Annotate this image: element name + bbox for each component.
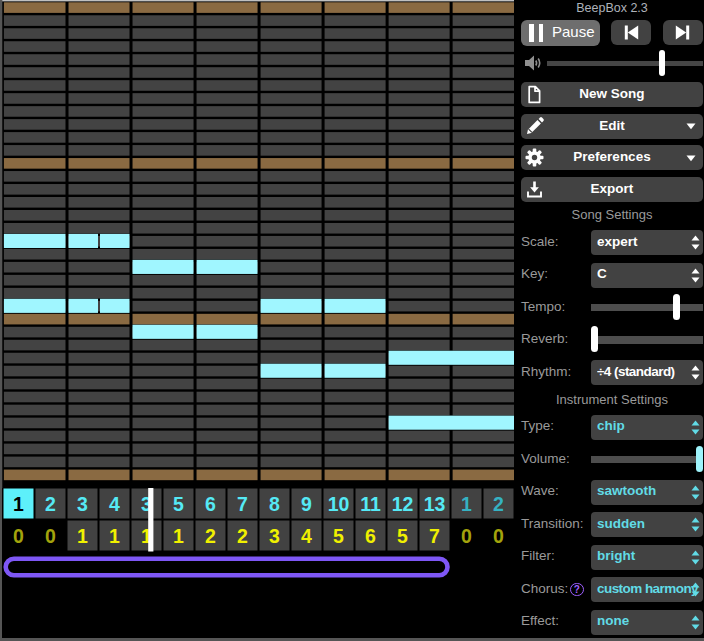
svg-text:7: 7 <box>429 525 440 547</box>
svg-text:5: 5 <box>173 493 184 515</box>
svg-text:2: 2 <box>205 525 216 547</box>
svg-text:1: 1 <box>173 525 184 547</box>
svg-text:2: 2 <box>493 493 504 515</box>
svg-text:9: 9 <box>301 493 312 515</box>
svg-text:0: 0 <box>13 525 24 547</box>
svg-text:8: 8 <box>269 493 280 515</box>
svg-text:6: 6 <box>365 525 376 547</box>
svg-text:0: 0 <box>461 525 472 547</box>
svg-text:13: 13 <box>424 493 446 515</box>
svg-text:3: 3 <box>77 493 88 515</box>
svg-text:2: 2 <box>45 493 56 515</box>
svg-text:1: 1 <box>77 525 88 547</box>
svg-text:5: 5 <box>333 525 344 547</box>
svg-text:11: 11 <box>360 493 381 515</box>
svg-text:3: 3 <box>269 525 280 547</box>
svg-text:0: 0 <box>493 525 504 547</box>
svg-text:0: 0 <box>45 525 56 547</box>
svg-text:10: 10 <box>328 493 350 515</box>
svg-text:4: 4 <box>301 525 312 547</box>
svg-text:1: 1 <box>461 493 472 515</box>
svg-text:1: 1 <box>13 493 24 515</box>
svg-text:1: 1 <box>109 525 120 547</box>
svg-text:6: 6 <box>205 493 216 515</box>
svg-text:4: 4 <box>109 493 120 515</box>
svg-text:7: 7 <box>237 493 248 515</box>
svg-text:2: 2 <box>237 525 248 547</box>
svg-text:5: 5 <box>397 525 408 547</box>
svg-text:12: 12 <box>392 493 414 515</box>
